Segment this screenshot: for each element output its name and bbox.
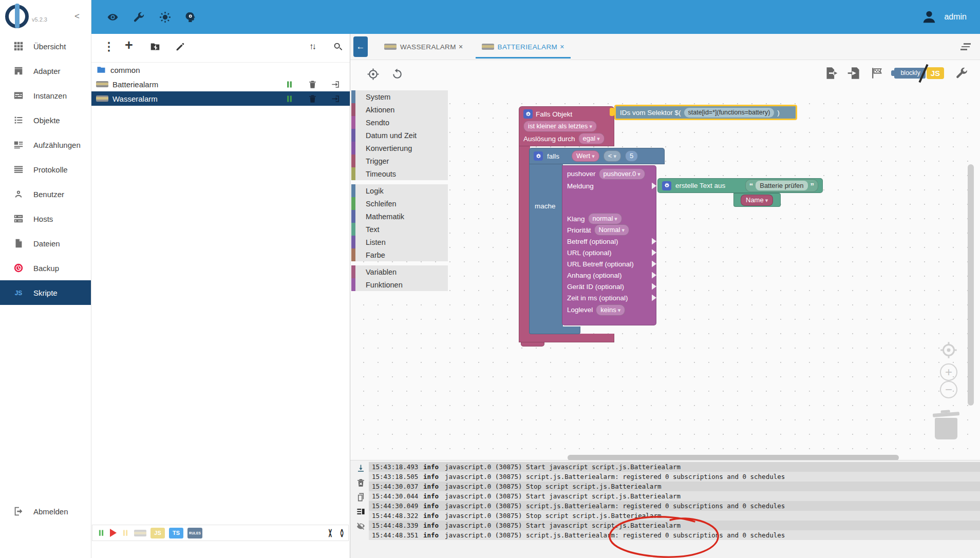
pushover-instance-dropdown[interactable]: pushover.0 <box>599 168 645 180</box>
sidebar-item[interactable]: Backup <box>0 256 91 280</box>
toolbox-category[interactable]: Listen <box>351 236 448 248</box>
canvas-vertical-scrollbar[interactable] <box>968 164 974 406</box>
field-dropdown[interactable]: keins <box>596 304 625 316</box>
variable-block[interactable]: Name <box>741 195 773 206</box>
tab-menu-icon[interactable] <box>960 43 972 52</box>
sidebar-item[interactable]: Benutzer <box>0 182 91 206</box>
condition-operator-dropdown[interactable]: < <box>604 150 621 162</box>
sidebar-item-logout[interactable]: Abmelden <box>0 500 91 523</box>
open-script-icon[interactable] <box>331 80 341 89</box>
toolbox-category[interactable]: Funktionen <box>351 278 448 291</box>
block-on-change[interactable]: Falls Objekt ist kleiner als letztes Aus… <box>519 106 614 146</box>
zoom-out-button[interactable]: − <box>940 381 957 398</box>
tabs-back-button[interactable]: ← <box>353 36 368 57</box>
sidebar-item[interactable]: Protokolle <box>0 157 91 182</box>
log-clear-icon[interactable] <box>356 478 366 488</box>
text-shadow-block[interactable]: “ Batterie prüfen ” <box>745 179 818 192</box>
sidebar-item[interactable]: Adapter <box>0 59 91 83</box>
sidebar-item[interactable]: Objekte <box>0 108 91 132</box>
block-pushover[interactable]: pushover pushover.0 Meldung Klang normal <box>562 165 656 325</box>
more-menu-icon[interactable]: ⋮ <box>103 40 115 53</box>
expert-mode-icon[interactable] <box>185 11 198 24</box>
condition-left-dropdown[interactable]: Wert <box>572 150 599 162</box>
check-blocks-icon[interactable] <box>870 66 883 80</box>
mutator-gear-icon[interactable] <box>662 181 671 190</box>
workspace-trash-icon[interactable] <box>934 411 958 439</box>
theme-contrast-icon[interactable] <box>159 11 172 24</box>
script-settings-icon[interactable] <box>955 66 969 80</box>
tab-close-icon[interactable]: × <box>560 43 564 51</box>
change-mode-dropdown[interactable]: ist kleiner als letztes <box>523 121 597 132</box>
selector-value-field[interactable]: state[id=*](functions=battery) <box>684 108 775 118</box>
blockly-js-toggle[interactable]: blockly JS <box>894 67 944 79</box>
toolbox-category[interactable]: Aktionen <box>351 103 448 116</box>
block-create-text[interactable]: erstelle Text aus “ Batterie prüfen ” <box>657 178 823 193</box>
pause-script-icon[interactable] <box>285 94 294 104</box>
block-on-change-bottom[interactable] <box>519 334 614 342</box>
collapse-all-icon[interactable]: ∨∧ <box>328 529 332 537</box>
toolbox-category[interactable]: Trigger <box>351 155 448 167</box>
log-row[interactable]: 15:43:18.493 info javascript.0 (30875) S… <box>369 462 980 472</box>
sort-icon[interactable]: ↑↓ <box>309 42 315 52</box>
user-menu[interactable]: admin <box>920 8 967 26</box>
log-row[interactable]: 15:44:30.037 info javascript.0 (30875) S… <box>369 482 980 491</box>
expand-all-icon[interactable]: ∧∨ <box>340 529 344 537</box>
delete-script-icon[interactable] <box>308 94 317 104</box>
tab-close-icon[interactable]: × <box>459 43 463 51</box>
ts-filter-badge[interactable]: TS <box>169 528 183 538</box>
toolbox-category[interactable]: Datum und Zeit <box>351 129 448 142</box>
editor-tab[interactable]: WASSERALARM × <box>375 34 473 60</box>
block-create-text-input2[interactable]: Name <box>733 193 781 207</box>
open-script-icon[interactable] <box>331 94 341 104</box>
sidebar-item[interactable]: Hosts <box>0 206 91 231</box>
add-folder-icon[interactable] <box>149 41 161 52</box>
mutator-gear-icon[interactable] <box>534 151 543 161</box>
log-download-icon[interactable] <box>356 464 366 473</box>
sidebar-item[interactable]: Instanzen <box>0 83 91 108</box>
log-row[interactable]: 15:44:48.351 info javascript.0 (30875) s… <box>369 530 980 540</box>
zoom-reset-icon[interactable] <box>939 341 958 359</box>
block-if-bottom[interactable] <box>529 326 580 334</box>
toolbox-category[interactable]: Mathematik <box>351 210 448 223</box>
mutator-gear-icon[interactable] <box>523 109 533 119</box>
edit-pencil-icon[interactable] <box>175 41 186 52</box>
add-script-icon[interactable]: + <box>125 37 133 53</box>
field-dropdown[interactable]: Normal <box>594 224 629 236</box>
editor-tab[interactable]: BATTERIEALARM × <box>473 34 574 60</box>
toolbox-category[interactable]: Schleifen <box>351 197 448 210</box>
export-blocks-icon[interactable] <box>824 66 838 80</box>
sidebar-item[interactable]: Dateien <box>0 231 91 256</box>
condition-value-field[interactable]: 5 <box>625 150 638 162</box>
play-icon[interactable] <box>110 529 117 537</box>
import-blocks-icon[interactable] <box>847 66 861 80</box>
block-on-change-body[interactable] <box>519 146 530 335</box>
tree-row[interactable]: Wasseralarm <box>91 91 350 106</box>
log-layout-icon[interactable] <box>356 507 366 516</box>
pause-all-icon[interactable] <box>97 528 106 537</box>
search-icon[interactable] <box>332 41 344 52</box>
text-value-field[interactable]: Batterie prüfen <box>756 181 807 190</box>
log-row[interactable]: 15:44:30.044 info javascript.0 (30875) S… <box>369 491 980 501</box>
log-copy-icon[interactable] <box>356 492 366 502</box>
block-if[interactable]: falls Wert < 5 <box>529 148 665 164</box>
toolbox-category[interactable]: Timeouts <box>351 167 448 180</box>
sidebar-item[interactable]: Skripte <box>0 280 91 305</box>
field-dropdown[interactable]: normal <box>588 213 622 224</box>
tree-row[interactable]: common <box>91 63 350 77</box>
toolbox-category[interactable]: Text <box>351 223 448 236</box>
sidebar-item[interactable]: Übersicht <box>0 34 91 59</box>
refresh-icon[interactable] <box>391 68 404 81</box>
log-row[interactable]: 15:44:48.339 info javascript.0 (30875) S… <box>369 521 980 530</box>
log-row[interactable]: 15:44:48.322 info javascript.0 (30875) S… <box>369 511 980 521</box>
sidebar-item[interactable]: Aufzählungen <box>0 132 91 157</box>
toolbox-category[interactable]: Konvertierung <box>351 142 448 155</box>
toolbox-category[interactable]: Farbe <box>351 248 448 261</box>
settings-wrench-icon[interactable] <box>133 11 145 24</box>
log-row[interactable]: 15:43:18.505 info javascript.0 (30875) s… <box>369 472 980 482</box>
toolbox-category[interactable]: Variablen <box>351 265 448 278</box>
rules-filter-badge[interactable]: RULES <box>187 528 202 538</box>
block-selector[interactable]: IDs vom Selektor $( state[id=*](function… <box>614 105 797 120</box>
toolbox-category[interactable]: Sendto <box>351 116 448 129</box>
blockly-filter-badge[interactable] <box>134 530 146 536</box>
pause-script-icon[interactable] <box>285 80 294 89</box>
